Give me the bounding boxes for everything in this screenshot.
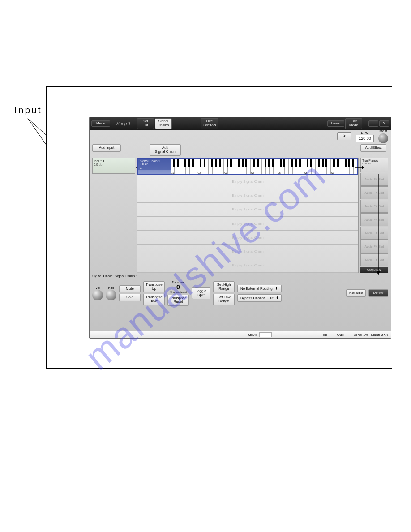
solo-button[interactable]: Solo (119, 294, 141, 301)
svg-marker-3 (362, 166, 364, 169)
fx-slot[interactable]: Audio FX Slot (360, 186, 388, 199)
chain-low-note: C (140, 166, 169, 170)
cpu-label: CPU: 1% (354, 333, 368, 337)
signal-chain-row-empty[interactable]: Empty Signal Chain (137, 175, 358, 189)
fx-active-name: TruePianos (362, 159, 378, 163)
stream-processor-column: TruePianos -5.0 db Audio FX Slot Audio F… (360, 158, 388, 273)
bpm-box: BPM 120.00 (356, 131, 374, 142)
signal-chain-row-empty[interactable]: Empty Signal Chain (137, 231, 358, 245)
add-signal-chain-button[interactable]: Add Signal Chain (150, 144, 181, 156)
status-bar: MIDI: In: Out: CPU: 1% Mem: 27% (90, 331, 391, 338)
add-input-button[interactable]: Add Input (92, 144, 121, 152)
transpose-up-button[interactable]: Transpose Up (143, 281, 165, 293)
in-indicator (330, 333, 334, 337)
close-button[interactable]: X (379, 120, 389, 127)
svg-marker-5 (377, 271, 380, 275)
lower-section-label: Signal Chain: Signal Chain 1 (90, 273, 391, 279)
set-high-range-button[interactable]: Set High Range (213, 281, 235, 293)
mute-button[interactable]: Mute (119, 285, 141, 293)
bpm-label: BPM (361, 131, 368, 135)
toggle-split-button[interactable]: Toggle Split (192, 287, 210, 299)
callout-input: Input (14, 105, 42, 116)
signal-chain-column: Signal Chain 1 0.0 db C C1 C2 C3 C4 C5 C… (137, 158, 359, 273)
updown-icon: ▲▼ (275, 287, 278, 290)
midi-label: MIDI: (248, 333, 257, 337)
sub-bar: > BPM 120.00 Main (90, 130, 391, 142)
out-indicator (347, 333, 351, 337)
signal-chains-button[interactable]: Signal Chains (155, 118, 172, 129)
signal-chain-row-empty[interactable]: Empty Signal Chain (137, 203, 358, 217)
transpose-value: 0 (176, 283, 180, 291)
fx-slot[interactable]: Audio FX Slot (360, 200, 388, 213)
output-slot[interactable]: Output 1/2 (360, 267, 388, 273)
input-column: Input 1 0.0 db (92, 158, 135, 273)
main-label: Main (379, 129, 387, 133)
out-label: Out: (337, 333, 344, 337)
set-low-range-button[interactable]: Set Low Range (213, 294, 235, 305)
input-slot-1[interactable]: Input 1 0.0 db (92, 158, 135, 174)
keyboard[interactable]: C1 C2 C3 C4 C5 C6 C7 (171, 159, 357, 174)
vol-knob-group: Vol (92, 286, 103, 300)
signal-chain-row-empty[interactable]: Empty Signal Chain (137, 258, 358, 272)
pan-knob[interactable] (106, 290, 116, 300)
bypass-channel-label: Bypass Channel Out (240, 296, 273, 300)
song-title: Song 1 (111, 121, 136, 126)
signal-chain-row-1[interactable]: Signal Chain 1 0.0 db C C1 C2 C3 C4 C5 C… (137, 158, 358, 175)
arrow-down-icon (376, 174, 381, 275)
minimize-button[interactable]: _ (368, 120, 378, 127)
delete-button[interactable]: Delete (368, 289, 388, 297)
main-knob[interactable] (378, 133, 388, 143)
fx-slot[interactable]: Audio FX Slot (360, 213, 388, 226)
external-routing-button[interactable]: No External Routing ▲▼ (237, 285, 282, 292)
external-routing-label: No External Routing (240, 287, 273, 291)
transpose-indicator: Transpose 0 (Drag semitones) (167, 281, 189, 293)
transpose-down-button[interactable]: Transpose Down (143, 294, 165, 305)
input-db: 0.0 db (94, 163, 134, 166)
updown-icon: ▲▼ (276, 296, 278, 300)
mem-label: Mem: 27% (371, 333, 388, 337)
midi-input[interactable] (259, 332, 272, 337)
chain-name: Signal Chain 1 (140, 159, 169, 163)
fx-slot-active[interactable]: TruePianos -5.0 db (360, 158, 388, 172)
set-list-button[interactable]: Set List (137, 118, 154, 129)
bpm-value[interactable]: 120.00 (356, 135, 374, 142)
vol-label: Vol (95, 286, 100, 289)
fx-slot[interactable]: Audio FX Slot (360, 227, 388, 240)
rename-button[interactable]: Rename (346, 289, 366, 297)
arrow-icon (355, 165, 364, 170)
app-window: Menu Song 1 Set List Signal Chains Live … (89, 117, 391, 339)
add-effect-button[interactable]: Add Effect (360, 144, 386, 152)
live-controls-button[interactable]: Live Controls (201, 118, 218, 129)
chain-db: 0.0 db (140, 163, 169, 166)
vol-knob[interactable] (92, 290, 103, 300)
fx-slot[interactable]: Audio FX Slot (360, 173, 388, 186)
menu-button[interactable]: Menu (91, 120, 110, 127)
pan-label: Pan (108, 286, 114, 289)
input-name: Input 1 (94, 159, 134, 163)
transpose-reset-button[interactable]: Transpose Reset (167, 295, 189, 306)
top-bar: Menu Song 1 Set List Signal Chains Live … (90, 117, 391, 130)
figure-frame: Menu Song 1 Set List Signal Chains Live … (46, 86, 392, 369)
lower-section: Vol Pan Mute Solo Transpose Up Transpose… (90, 279, 391, 308)
in-label: In: (323, 333, 327, 337)
main-columns: Input 1 0.0 db Signal Chain 1 0.0 db C C… (90, 158, 391, 273)
transpose-label-bottom: (Drag semitones) (170, 291, 187, 293)
forward-button[interactable]: > (337, 132, 351, 140)
add-row: Add Input Add Signal Chain Add Effect (90, 142, 391, 158)
pan-knob-group: Pan (106, 286, 116, 300)
fx-slot[interactable]: Audio FX Slot (360, 240, 388, 253)
learn-button[interactable]: Learn (327, 120, 344, 127)
bypass-channel-button[interactable]: Bypass Channel Out ▲▼ (237, 294, 282, 302)
signal-chain-row-empty[interactable]: Empty Signal Chain (137, 245, 358, 258)
edit-mode-button[interactable]: Edit Mode (345, 118, 362, 129)
signal-chain-row-empty[interactable]: Empty Signal Chain (137, 189, 358, 203)
fx-slot[interactable]: Audio FX Slot (360, 253, 388, 266)
signal-chain-row-empty[interactable]: Empty Signal Chain (137, 217, 358, 231)
